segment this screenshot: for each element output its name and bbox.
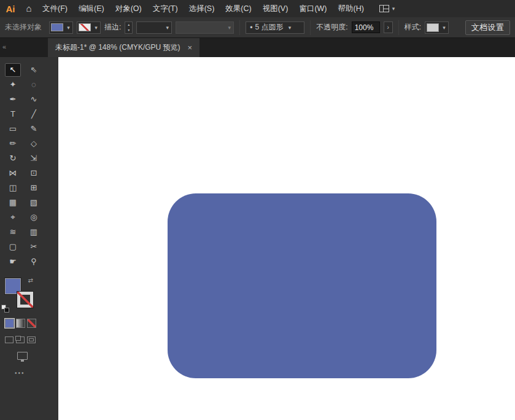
gradient-tool[interactable]: ▧ bbox=[26, 196, 42, 209]
toolbar-collapse-icon[interactable]: « bbox=[2, 43, 6, 50]
column-graph-tool[interactable]: ▥ bbox=[26, 225, 42, 239]
fill-color-dropdown[interactable]: ▾ bbox=[49, 21, 73, 34]
style-dropdown[interactable]: ▾ bbox=[425, 21, 449, 34]
blend-tool[interactable]: ◎ bbox=[26, 211, 42, 224]
default-stroke-square bbox=[4, 308, 9, 313]
brush-definition-value: 5 点圆形 bbox=[255, 22, 284, 33]
stroke-weight-stepper[interactable]: ▴ ▾ bbox=[125, 21, 133, 34]
eraser-tool[interactable]: ◇ bbox=[26, 137, 42, 150]
slice-tool[interactable]: ✂ bbox=[26, 240, 42, 254]
hand-tool[interactable]: ☛ bbox=[5, 255, 21, 268]
main-menu: 文件(F)编辑(E)对象(O)文字(T)选择(S)效果(C)视图(V)窗口(W)… bbox=[37, 0, 370, 17]
opacity-label: 不透明度: bbox=[316, 22, 347, 33]
menu-type[interactable]: 文字(T) bbox=[147, 0, 184, 17]
artboard-tool[interactable]: ▢ bbox=[5, 240, 21, 254]
chevron-down-icon: ▾ bbox=[64, 25, 72, 31]
selection-status: 未选择对象 bbox=[5, 22, 42, 33]
line-segment-tool[interactable]: ╱ bbox=[26, 107, 42, 121]
paintbrush-tool[interactable]: ✎ bbox=[26, 122, 42, 136]
screen-mode-icon[interactable] bbox=[17, 352, 28, 360]
swap-fill-stroke-icon[interactable]: ⇄ bbox=[28, 277, 33, 284]
divider bbox=[310, 20, 311, 35]
rotate-tool[interactable]: ↻ bbox=[5, 152, 21, 165]
style-swatch bbox=[427, 23, 439, 32]
perspective-grid-tool[interactable]: ⊞ bbox=[26, 181, 42, 195]
opacity-input[interactable] bbox=[352, 21, 380, 33]
draw-normal-icon[interactable] bbox=[5, 336, 14, 343]
chevron-down-icon: ▾ bbox=[392, 6, 395, 12]
stepper-down-icon[interactable]: ▾ bbox=[125, 28, 132, 33]
workspace-switcher[interactable]: ▾ bbox=[379, 5, 395, 12]
stroke-weight-label: 描边: bbox=[104, 22, 121, 33]
main-area: ↖⇖✦◌✒∿T╱▭✎✏◇↻⇲⋈⊡◫⊞▦▧⌖◎≋▥▢✂☛⚲ ⇄ ••• bbox=[0, 57, 515, 420]
direct-selection-tool[interactable]: ⇖ bbox=[26, 63, 42, 77]
type-tool[interactable]: T bbox=[5, 107, 21, 121]
pen-tool[interactable]: ✒ bbox=[5, 93, 21, 106]
draw-mode-row bbox=[5, 336, 58, 343]
stepper-up-icon[interactable]: ▴ bbox=[125, 22, 132, 28]
stroke-weight-dropdown[interactable]: ▾ bbox=[136, 21, 172, 34]
width-tool[interactable]: ⋈ bbox=[5, 166, 21, 180]
free-transform-tool[interactable]: ⊡ bbox=[26, 166, 42, 180]
shaper-tool[interactable]: ✏ bbox=[5, 137, 21, 150]
scale-tool[interactable]: ⇲ bbox=[26, 152, 42, 165]
app-logo-icon[interactable]: Ai bbox=[0, 4, 21, 14]
chevron-down-icon: ▾ bbox=[92, 25, 100, 31]
home-icon[interactable]: ⌂ bbox=[21, 0, 37, 17]
chevron-down-icon: ▾ bbox=[286, 25, 294, 31]
brush-definition-dropdown[interactable]: • 5 点圆形 ▾ bbox=[246, 21, 304, 34]
chevron-down-icon: ▾ bbox=[440, 25, 448, 31]
canvas[interactable] bbox=[58, 57, 515, 420]
toolbar-more-icon[interactable]: ••• bbox=[15, 370, 58, 376]
default-fill-stroke-icon[interactable] bbox=[1, 305, 9, 313]
control-bar: 未选择对象 ▾ ▾ 描边: ▴ ▾ ▾ ▾ • 5 点圆形 ▾ 不透明度: › … bbox=[0, 17, 515, 38]
curvature-tool[interactable]: ∿ bbox=[26, 93, 42, 106]
style-label: 样式: bbox=[405, 22, 421, 33]
menu-window[interactable]: 窗口(W) bbox=[293, 0, 332, 17]
rectangle-tool[interactable]: ▭ bbox=[5, 122, 21, 136]
menu-effect[interactable]: 效果(C) bbox=[220, 0, 257, 17]
document-tab-bar: « 未标题-1* @ 148% (CMYK/GPU 预览) × bbox=[0, 38, 515, 57]
stroke-indicator[interactable] bbox=[17, 292, 33, 308]
workspace-layout-icon bbox=[379, 5, 389, 12]
magic-wand-tool[interactable]: ✦ bbox=[5, 78, 21, 91]
lasso-tool[interactable]: ◌ bbox=[26, 78, 42, 91]
menu-object[interactable]: 对象(O) bbox=[110, 0, 147, 17]
stroke-color-dropdown[interactable]: ▾ bbox=[77, 21, 101, 34]
chevron-down-icon: ▾ bbox=[163, 25, 171, 31]
chevron-down-icon: ▾ bbox=[225, 25, 233, 31]
tools-panel: ↖⇖✦◌✒∿T╱▭✎✏◇↻⇲⋈⊡◫⊞▦▧⌖◎≋▥▢✂☛⚲ ⇄ ••• bbox=[0, 57, 58, 420]
none-button[interactable] bbox=[27, 319, 36, 328]
stroke-none-swatch bbox=[79, 23, 91, 31]
opacity-panel-arrow[interactable]: › bbox=[384, 21, 393, 33]
variable-width-dropdown: ▾ bbox=[176, 21, 234, 34]
document-tab-title: 未标题-1* @ 148% (CMYK/GPU 预览) bbox=[55, 42, 180, 53]
gradient-button[interactable] bbox=[16, 319, 25, 328]
tools-grid: ↖⇖✦◌✒∿T╱▭✎✏◇↻⇲⋈⊡◫⊞▦▧⌖◎≋▥▢✂☛⚲ bbox=[0, 57, 58, 268]
symbol-sprayer-tool[interactable]: ≋ bbox=[5, 225, 21, 239]
menu-select[interactable]: 选择(S) bbox=[184, 0, 220, 17]
divider bbox=[398, 20, 399, 35]
close-icon[interactable]: × bbox=[188, 43, 193, 52]
draw-inside-icon[interactable] bbox=[27, 336, 36, 343]
shape-builder-tool[interactable]: ◫ bbox=[5, 181, 21, 195]
menu-view[interactable]: 视图(V) bbox=[257, 0, 294, 17]
selection-tool[interactable]: ↖ bbox=[5, 63, 21, 77]
mesh-tool[interactable]: ▦ bbox=[5, 196, 21, 209]
menu-edit[interactable]: 编辑(E) bbox=[73, 0, 110, 17]
draw-behind-icon[interactable] bbox=[16, 336, 25, 343]
menu-file[interactable]: 文件(F) bbox=[37, 0, 73, 17]
brush-bullet-icon: • bbox=[250, 23, 252, 32]
color-mode-row bbox=[5, 319, 58, 328]
fill-stroke-widget: ⇄ bbox=[5, 278, 33, 308]
menu-help[interactable]: 帮助(H) bbox=[333, 0, 370, 17]
document-setup-button[interactable]: 文档设置 bbox=[465, 20, 510, 35]
eyedropper-tool[interactable]: ⌖ bbox=[5, 211, 21, 224]
document-tab[interactable]: 未标题-1* @ 148% (CMYK/GPU 预览) × bbox=[48, 38, 199, 57]
color-button[interactable] bbox=[5, 319, 14, 328]
divider bbox=[239, 20, 240, 35]
rounded-rectangle-shape[interactable] bbox=[168, 193, 436, 378]
menu-bar: Ai ⌂ 文件(F)编辑(E)对象(O)文字(T)选择(S)效果(C)视图(V)… bbox=[0, 0, 515, 17]
zoom-tool[interactable]: ⚲ bbox=[26, 255, 42, 268]
fill-color-swatch bbox=[51, 23, 63, 31]
